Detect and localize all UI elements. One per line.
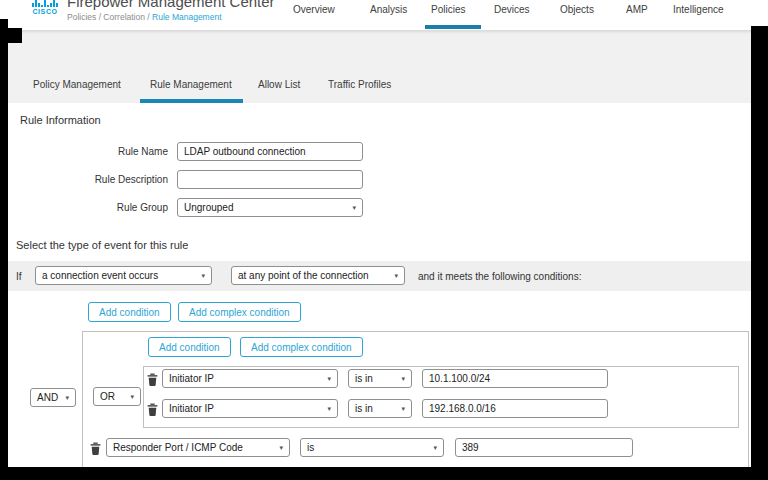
chevron-down-icon: ▾: [352, 204, 356, 212]
trash-icon[interactable]: [147, 402, 159, 416]
nav-item-intelligence[interactable]: Intelligence: [673, 4, 724, 15]
chevron-down-icon: ▾: [327, 405, 331, 413]
trash-icon[interactable]: [90, 441, 102, 455]
if-label: If: [16, 271, 22, 282]
nav-item-objects[interactable]: Objects: [560, 4, 594, 15]
inner-add-condition-button[interactable]: Add condition: [148, 337, 231, 357]
chevron-down-icon: ▾: [201, 272, 205, 280]
add-complex-condition-button[interactable]: Add complex condition: [178, 302, 301, 322]
nav-item-overview[interactable]: Overview: [293, 4, 335, 15]
rule-group-select[interactable]: Ungrouped ▾: [177, 198, 363, 217]
inner-add-complex-condition-button[interactable]: Add complex condition: [240, 337, 363, 357]
rule-name-input[interactable]: [177, 142, 363, 161]
chevron-down-icon: ▾: [433, 444, 437, 452]
tab-rule-management[interactable]: Rule Management: [150, 79, 232, 90]
nav-item-policies[interactable]: Policies: [431, 4, 465, 15]
tab-active-underline: [140, 99, 243, 103]
cisco-logo[interactable]: CISCO: [28, 0, 62, 15]
tab-traffic-profiles[interactable]: Traffic Profiles: [328, 79, 391, 90]
tab-policy-management[interactable]: Policy Management: [33, 79, 121, 90]
app-header: CISCO Firepower Management Center Polici…: [0, 0, 768, 30]
or-operator-select[interactable]: OR ▾: [93, 387, 141, 406]
rule-name-label: Rule Name: [8, 146, 168, 157]
nav-item-analysis[interactable]: Analysis: [370, 4, 407, 15]
chevron-down-icon: ▾: [394, 272, 398, 280]
trash-icon[interactable]: [147, 372, 159, 386]
window-edge-bottom: [0, 467, 768, 480]
breadcrumb-current-link[interactable]: Rule Management: [152, 12, 221, 22]
chevron-down-icon: ▾: [65, 394, 69, 402]
app-window: CISCO Firepower Management Center Polici…: [0, 0, 768, 480]
cisco-logo-text: CISCO: [32, 8, 57, 15]
chevron-down-icon: ▾: [279, 444, 283, 452]
event-type-heading: Select the type of event for this rule: [16, 239, 188, 251]
window-edge-notch: [0, 28, 22, 43]
rule-description-input[interactable]: [177, 170, 363, 189]
condition-value-input[interactable]: [455, 438, 633, 457]
cisco-logo-bars-icon: [32, 0, 58, 7]
breadcrumb: Policies / Correlation / Rule Management: [67, 12, 222, 22]
window-edge-right: [751, 26, 768, 468]
nav-item-devices[interactable]: Devices: [494, 4, 530, 15]
page-title: Firepower Management Center: [67, 0, 275, 10]
add-condition-button[interactable]: Add condition: [88, 302, 171, 322]
condition-operator-select[interactable]: is ▾: [300, 438, 444, 457]
breadcrumb-path: Policies / Correlation /: [67, 12, 152, 22]
nav-item-amp[interactable]: AMP: [626, 4, 648, 15]
condition-field-select[interactable]: Responder Port / ICMP Code ▾: [106, 438, 290, 457]
chevron-down-icon: ▾: [401, 375, 405, 383]
connection-point-select[interactable]: at any point of the connection ▾: [231, 266, 405, 285]
tab-allow-list[interactable]: Allow List: [258, 79, 300, 90]
tab-bar: Policy Management Rule Management Allow …: [0, 30, 768, 104]
event-type-select[interactable]: a connection event occurs ▾: [35, 266, 212, 285]
condition-operator-select[interactable]: is in ▾: [348, 399, 412, 418]
condition-value-input[interactable]: [422, 399, 608, 418]
condition-field-select[interactable]: Initiator IP ▾: [162, 369, 338, 388]
and-operator-select[interactable]: AND ▾: [30, 388, 76, 407]
chevron-down-icon: ▾: [130, 393, 134, 401]
rule-editor: Rule Information Rule Name Rule Descript…: [0, 103, 768, 467]
conditions-suffix-text: and it meets the following conditions:: [418, 271, 581, 282]
chevron-down-icon: ▾: [401, 405, 405, 413]
window-edge-left: [0, 19, 8, 468]
event-type-row: If a connection event occurs ▾ at any po…: [8, 261, 751, 291]
condition-value-input[interactable]: [422, 369, 608, 388]
chevron-down-icon: ▾: [327, 375, 331, 383]
condition-field-select[interactable]: Initiator IP ▾: [162, 399, 338, 418]
nav-active-underline: [425, 25, 481, 29]
rule-description-label: Rule Description: [8, 174, 168, 185]
condition-operator-select[interactable]: is in ▾: [348, 369, 412, 388]
rule-group-label: Rule Group: [8, 202, 168, 213]
rule-information-heading: Rule Information: [20, 114, 101, 126]
